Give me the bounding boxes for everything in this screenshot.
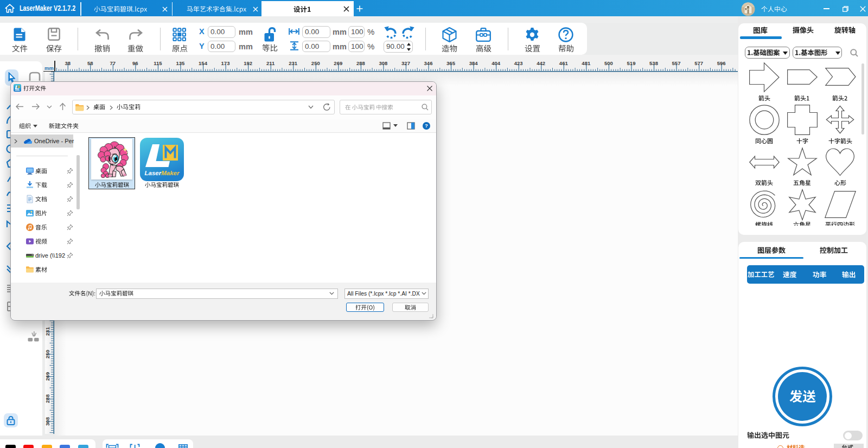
svg-text:?: ?: [425, 123, 428, 129]
svg-text:LaserMaker: LaserMaker: [145, 170, 180, 176]
